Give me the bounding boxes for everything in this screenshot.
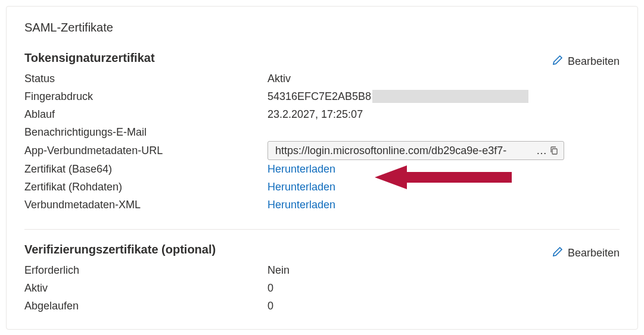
verification-section: Bearbeiten Verifizierungszertifikate (op… xyxy=(24,243,620,315)
label-active: Aktiv xyxy=(24,279,267,297)
value-notify-email xyxy=(267,123,620,141)
row-metadata-url: App-Verbundmetadaten-URL https://login.m… xyxy=(24,141,620,160)
label-fed-xml: Verbundmetadaten-XML xyxy=(24,196,267,214)
row-required: Erforderlich Nein xyxy=(24,261,620,279)
label-notify-email: Benachrichtigungs-E-Mail xyxy=(24,123,267,141)
row-thumbprint: Fingerabdruck 54316EFC7E2AB5B8 xyxy=(24,87,620,105)
value-expired: 0 xyxy=(267,297,620,315)
verification-heading: Verifizierungszertifikate (optional) xyxy=(24,243,620,256)
edit-label: Bearbeiten xyxy=(568,55,620,68)
token-signing-section: Bearbeiten Tokensignaturzertifikat Statu… xyxy=(24,51,620,214)
row-expired: Abgelaufen 0 xyxy=(24,297,620,315)
edit-label: Bearbeiten xyxy=(568,247,620,259)
row-active: Aktiv 0 xyxy=(24,279,620,297)
label-expired: Abgelaufen xyxy=(24,297,267,315)
row-cert-raw: Zertifikat (Rohdaten) Herunterladen xyxy=(24,178,620,196)
value-required: Nein xyxy=(267,261,620,279)
label-expiry: Ablauf xyxy=(24,105,267,123)
row-cert-base64: Zertifikat (Base64) Herunterladen xyxy=(24,160,620,178)
download-raw-link[interactable]: Herunterladen xyxy=(267,178,335,196)
label-thumbprint: Fingerabdruck xyxy=(24,87,267,105)
label-metadata-url: App-Verbundmetadaten-URL xyxy=(24,142,267,159)
pencil-icon xyxy=(552,55,563,68)
metadata-url-ellipsis: … xyxy=(535,142,549,159)
row-expiry: Ablauf 23.2.2027, 17:25:07 xyxy=(24,105,620,123)
label-cert-raw: Zertifikat (Rohdaten) xyxy=(24,178,267,196)
svg-rect-0 xyxy=(552,149,557,154)
value-thumbprint: 54316EFC7E2AB5B8 xyxy=(267,87,620,105)
metadata-url-box[interactable]: https://login.microsoftonline.com/db29ca… xyxy=(267,141,564,160)
pencil-icon xyxy=(552,246,563,260)
card-title: SAML-Zertifikate xyxy=(24,21,620,35)
label-cert-base64: Zertifikat (Base64) xyxy=(24,160,267,178)
copy-icon[interactable] xyxy=(549,146,559,155)
value-status: Aktiv xyxy=(267,70,620,87)
signing-heading: Tokensignaturzertifikat xyxy=(24,51,620,65)
section-divider xyxy=(24,229,620,230)
download-fedxml-link[interactable]: Herunterladen xyxy=(267,196,335,214)
saml-certificates-card: SAML-Zertifikate Bearbeiten Tokensignatu… xyxy=(6,6,638,330)
label-required: Erforderlich xyxy=(24,261,267,279)
row-notify-email: Benachrichtigungs-E-Mail xyxy=(24,123,620,141)
download-base64-link[interactable]: Herunterladen xyxy=(267,160,335,178)
thumbprint-redacted xyxy=(372,90,528,103)
thumbprint-visible: 54316EFC7E2AB5B8 xyxy=(267,87,371,105)
value-active: 0 xyxy=(267,279,620,297)
edit-signing-button[interactable]: Bearbeiten xyxy=(552,55,620,68)
label-status: Status xyxy=(24,70,267,87)
row-fed-xml: Verbundmetadaten-XML Herunterladen xyxy=(24,196,620,214)
row-status: Status Aktiv xyxy=(24,70,620,87)
metadata-url-text: https://login.microsoftonline.com/db29ca… xyxy=(275,142,535,159)
value-expiry: 23.2.2027, 17:25:07 xyxy=(267,105,620,123)
edit-verification-button[interactable]: Bearbeiten xyxy=(552,246,620,260)
